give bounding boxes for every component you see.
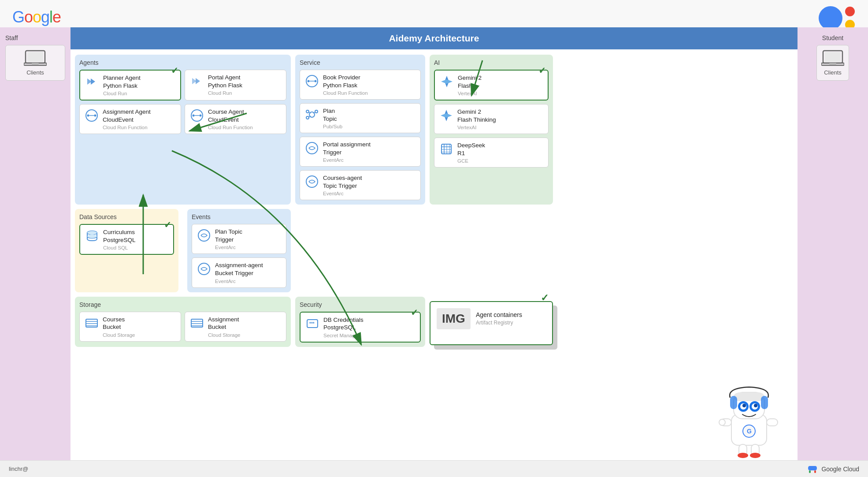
staff-panel: Staff Clients [0, 27, 70, 460]
google-cloud-text: Google Cloud [821, 466, 859, 473]
gemini-flash-sub: VertexAI [458, 91, 482, 96]
gemini-flash-card: ✓ Gemini 2Flash VertexAI [434, 70, 549, 101]
assistant-dot-red [845, 7, 855, 16]
deepseek-body: DeepSeekR1 GCE [457, 142, 485, 164]
course-agent-name: Course AgentCloudEvent [208, 108, 253, 123]
svg-rect-65 [761, 396, 768, 409]
svg-point-17 [308, 80, 310, 82]
svg-point-63 [754, 404, 757, 407]
student-laptop-icon [821, 50, 844, 67]
svg-marker-5 [91, 78, 95, 85]
agents-section: Agents ✓ Planne [75, 55, 291, 205]
staff-title: Staff [5, 34, 65, 41]
storage-section: Storage [75, 297, 291, 347]
bottom-user: linchr@ [9, 466, 28, 472]
artifact-sub-label: Artifact Registry [476, 320, 522, 326]
courses-trigger-body: Courses-agentTopic Trigger EventArc [323, 174, 362, 196]
portal-name: Portal AgentPython Flask [208, 74, 242, 89]
curriculums-name: CurriculumsPostgreSQL [103, 228, 136, 244]
assignment-bucket-icon [189, 316, 204, 331]
svg-point-39 [198, 230, 210, 241]
assignment-agent-body: Assignment AgentCloudEvent Cloud Run Fun… [103, 108, 151, 130]
svg-rect-67 [767, 419, 778, 426]
staff-laptop-icon [24, 50, 47, 67]
svg-point-62 [742, 404, 746, 407]
artifact-section-wrapper: ✓ IMG Agent containers Artifact Registry [430, 297, 553, 347]
courses-bucket-name: CoursesBucket [103, 316, 135, 331]
service-section: Service [295, 55, 425, 205]
datasources-label: Data Sources [79, 213, 174, 220]
center-area: Aidemy Architecture Agents ✓ [70, 27, 798, 460]
plan-topic-trigger-body: Plan TopicTrigger EventArc [215, 228, 242, 250]
gemini-flash-body: Gemini 2Flash VertexAI [458, 74, 482, 96]
curriculums-check: ✓ [164, 220, 171, 230]
planner-agent-card: ✓ Planner AgentPython Flask Cloud Run [79, 70, 181, 101]
courses-bucket-card: CoursesBucket Cloud Storage [79, 312, 181, 342]
deepseek-sub: GCE [457, 158, 485, 164]
svg-point-9 [87, 115, 89, 117]
assignment-bucket-trigger-name: Assignment-agentBucket Trigger [215, 261, 263, 277]
svg-point-23 [306, 116, 309, 119]
svg-rect-52 [825, 52, 841, 62]
artifact-3d-container: IMG Agent containers Artifact Registry [430, 301, 553, 345]
svg-point-10 [94, 115, 96, 117]
svg-rect-3 [32, 63, 39, 64]
google-logo: Google [12, 8, 61, 26]
courses-trigger-card: Courses-agentTopic Trigger EventArc [300, 170, 421, 200]
svg-marker-7 [196, 78, 200, 84]
service-cards: Book ProviderPython Flask Cloud Run Func… [300, 70, 421, 200]
top-row: Agents ✓ Planne [75, 55, 793, 205]
artifact-img-label: IMG [437, 308, 471, 329]
book-provider-body: Book ProviderPython Flask Cloud Run Func… [323, 74, 368, 96]
gemini-flash-name: Gemini 2Flash [458, 74, 482, 89]
agents-cards-grid: ✓ Planner AgentPython Flask Cloud Run [79, 70, 286, 134]
courses-bucket-sub: Cloud Storage [103, 332, 135, 338]
agents-label: Agents [79, 59, 286, 66]
service-label: Service [300, 59, 421, 66]
deepseek-card: DeepSeekR1 GCE [434, 138, 549, 168]
datasources-section: Data Sources ✓ [75, 209, 178, 292]
db-credentials-name: DB CredentialsPostgreSQL [323, 316, 364, 332]
course-agent-sub: Cloud Run Function [208, 125, 253, 130]
svg-text:***: *** [309, 321, 315, 326]
assignment-bucket-sub: Cloud Storage [208, 332, 241, 338]
deepseek-name: DeepSeekR1 [457, 142, 485, 157]
db-credentials-body: DB CredentialsPostgreSQL Secret Manager [323, 316, 364, 338]
google-cloud-icon [806, 464, 819, 474]
svg-point-74 [750, 453, 760, 458]
courses-bucket-icon [84, 316, 99, 331]
svg-point-73 [738, 453, 748, 458]
assignment-bucket-body: AssignmentBucket Cloud Storage [208, 316, 241, 338]
svg-point-27 [306, 142, 318, 154]
gemini-thinking-body: Gemini 2Flash Thinking VertexAI [457, 108, 496, 130]
gemini-thinking-sub: VertexAI [457, 125, 496, 130]
robot-character: G [716, 384, 782, 458]
svg-point-21 [306, 110, 309, 113]
security-cards: ✓ *** DB CredentialsPostgreSQL Secret Ma… [300, 312, 421, 343]
svg-rect-57 [734, 392, 764, 401]
plan-topic-card: PlanTopic Pub/Sub [300, 103, 421, 133]
events-cards: Plan TopicTrigger EventArc [192, 224, 286, 287]
course-agent-card: Course AgentCloudEvent Cloud Run Functio… [185, 104, 286, 134]
gemini-flash-check: ✓ [538, 65, 546, 76]
artifact-check: ✓ [541, 292, 549, 304]
student-panel: Student Clients [798, 27, 868, 460]
middle-row: Data Sources ✓ [75, 209, 793, 292]
svg-point-22 [315, 110, 318, 113]
storage-cards: CoursesBucket Cloud Storage [79, 312, 286, 342]
course-agent-body: Course AgentCloudEvent Cloud Run Functio… [208, 108, 253, 130]
curriculums-icon [85, 228, 100, 243]
title-banner: Aidemy Architecture [70, 27, 798, 49]
assignment-agent-icon [84, 108, 99, 123]
svg-point-18 [315, 80, 317, 82]
plan-topic-trigger-sub: EventArc [215, 245, 242, 250]
plan-topic-icon [304, 107, 319, 122]
curriculums-body: CurriculumsPostgreSQL Cloud SQL [103, 228, 136, 250]
svg-point-38 [87, 235, 97, 238]
assignment-agent-sub: Cloud Run Function [103, 125, 151, 130]
svg-rect-29 [441, 144, 451, 154]
portal-icon [189, 74, 204, 89]
portal-trigger-name: Portal assignmentTrigger [323, 141, 371, 156]
gemini-flash-icon [439, 74, 454, 89]
book-provider-icon [304, 74, 319, 89]
